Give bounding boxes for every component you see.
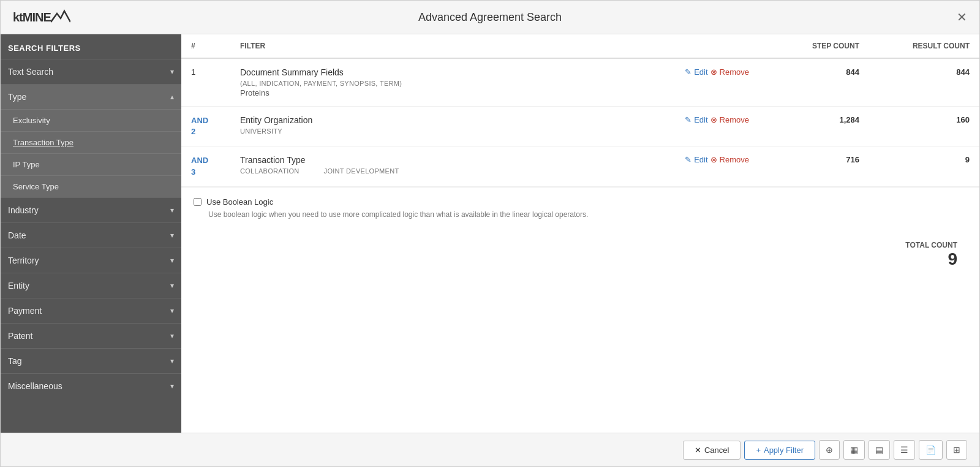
row2-result-count: 160: [869, 107, 979, 146]
icon-button-grid[interactable]: ▤: [869, 440, 890, 460]
row2-content: Entity Organization UNIVERSITY ✎ Edit: [240, 115, 749, 136]
close-button[interactable]: ✕: [957, 11, 967, 23]
sidebar-item-territory[interactable]: Territory ▾: [1, 248, 181, 273]
sidebar-item-miscellaneous[interactable]: Miscellaneous ▾: [1, 373, 181, 398]
grid-icon: ▤: [875, 445, 883, 455]
sidebar-item-exclusivity[interactable]: Exclusivity: [1, 109, 181, 131]
row3-remove-button[interactable]: ⊗ Remove: [710, 155, 749, 164]
row2-actions: ✎ Edit ⊗ Remove: [685, 115, 749, 124]
row1-edit-button[interactable]: ✎ Edit: [685, 67, 707, 77]
sidebar-item-label: Entity: [8, 281, 29, 290]
cancel-label: Cancel: [704, 446, 729, 455]
col-result-count: RESULT COUNT: [869, 34, 979, 58]
row1-content: Document Summary Fields (ALL, INDICATION…: [240, 67, 749, 97]
row2-edit-button[interactable]: ✎ Edit: [685, 115, 707, 124]
boolean-checkbox-label: Use Boolean Logic: [206, 197, 273, 207]
globe-icon: ⊕: [826, 445, 833, 455]
table-row: AND2 Entity Organization UNIVERSITY: [181, 107, 979, 146]
chevron-down-icon: ▾: [170, 206, 174, 215]
row2-name: Entity Organization: [240, 115, 312, 125]
sidebar-item-label: Tag: [8, 356, 22, 366]
edit-icon: ✎: [685, 155, 692, 164]
logo: ktMINE: [13, 9, 70, 26]
row2-connector-num: AND2: [191, 115, 221, 137]
modal-body: SEARCH FILTERS Text Search ▾ Type ▴ Excl…: [1, 34, 979, 433]
row3-content: Transaction Type COLLABORATION JOINT DEV…: [240, 155, 749, 176]
sidebar-item-label: Date: [8, 230, 26, 240]
sidebar-item-text-search[interactable]: Text Search ▾: [1, 59, 181, 84]
sidebar-item-patent[interactable]: Patent ▾: [1, 323, 181, 348]
modal-footer: ✕ Cancel + Apply Filter ⊕ ▦ ▤ ☰ 📄 ⊞: [1, 433, 979, 466]
chevron-down-icon: ▾: [170, 357, 174, 365]
row3-sub2: JOINT DEVELOPMENT: [324, 167, 399, 175]
row1-sub: (ALL, INDICATION, PAYMENT, SYNOPSIS, TER…: [240, 80, 402, 87]
row1-details: Document Summary Fields (ALL, INDICATION…: [240, 67, 402, 97]
plus-icon: +: [756, 446, 761, 455]
cancel-icon: ✕: [695, 446, 701, 455]
icon-button-globe[interactable]: ⊕: [819, 440, 840, 460]
sidebar-item-transaction-type[interactable]: Transaction Type: [1, 131, 181, 153]
row2-remove-button[interactable]: ⊗ Remove: [710, 115, 749, 124]
boolean-description: Use boolean logic when you need to use m…: [208, 210, 967, 219]
row3-details: Transaction Type COLLABORATION JOINT DEV…: [240, 155, 399, 176]
chevron-down-icon: ▾: [170, 67, 174, 76]
list-icon: ☰: [900, 445, 908, 455]
sidebar-item-label: Payment: [8, 306, 42, 316]
table-row: 1 Document Summary Fields (ALL, INDICATI…: [181, 58, 979, 107]
row3-edit-button[interactable]: ✎ Edit: [685, 155, 707, 164]
row2-details: Entity Organization UNIVERSITY: [240, 115, 312, 136]
cancel-button[interactable]: ✕ Cancel: [683, 441, 741, 460]
chevron-down-icon: ▾: [170, 306, 174, 315]
icon-button-chart[interactable]: ▦: [843, 440, 865, 460]
row1-num: 1: [191, 67, 195, 77]
icon-button-document[interactable]: 📄: [919, 440, 943, 460]
sidebar: SEARCH FILTERS Text Search ▾ Type ▴ Excl…: [1, 34, 181, 433]
sidebar-item-date[interactable]: Date ▾: [1, 222, 181, 248]
col-filter: FILTER: [230, 34, 759, 58]
row1-result-count: 844: [869, 58, 979, 107]
row2-sub: UNIVERSITY: [240, 127, 312, 135]
document-icon: 📄: [925, 445, 936, 455]
edit-icon: ✎: [685, 67, 692, 77]
sidebar-item-ip-type[interactable]: IP Type: [1, 153, 181, 175]
filter-table-area: # FILTER STEP COUNT RESULT COUNT 1: [181, 34, 979, 433]
boolean-checkbox[interactable]: [194, 198, 202, 206]
filter-table: # FILTER STEP COUNT RESULT COUNT 1: [181, 34, 979, 187]
sidebar-item-payment[interactable]: Payment ▾: [1, 298, 181, 323]
bar-chart-icon: ▦: [850, 445, 858, 455]
table-icon: ⊞: [953, 445, 960, 455]
boolean-section: Use Boolean Logic Use boolean logic when…: [181, 187, 979, 229]
main-content: # FILTER STEP COUNT RESULT COUNT 1: [181, 34, 979, 433]
modal-title: Advanced Agreement Search: [418, 11, 562, 24]
row1-value: Proteins: [240, 88, 402, 97]
chevron-down-icon: ▾: [170, 332, 174, 340]
row3-actions: ✎ Edit ⊗ Remove: [685, 155, 749, 164]
sidebar-item-type[interactable]: Type ▴: [1, 84, 181, 109]
remove-icon: ⊗: [710, 155, 717, 164]
apply-filter-button[interactable]: + Apply Filter: [744, 441, 815, 460]
chevron-up-icon: ▴: [170, 93, 174, 101]
icon-button-list[interactable]: ☰: [894, 440, 915, 460]
row1-remove-button[interactable]: ⊗ Remove: [710, 67, 749, 77]
apply-label: Apply Filter: [764, 446, 804, 455]
logo-icon: [51, 9, 70, 26]
edit-icon: ✎: [685, 115, 692, 124]
sidebar-item-entity[interactable]: Entity ▾: [1, 273, 181, 298]
chevron-down-icon: ▾: [170, 231, 174, 240]
remove-icon: ⊗: [710, 115, 717, 124]
sidebar-item-industry[interactable]: Industry ▾: [1, 197, 181, 222]
boolean-label[interactable]: Use Boolean Logic: [194, 197, 967, 207]
row3-connector-num: AND3: [191, 155, 221, 177]
sidebar-title: SEARCH FILTERS: [1, 34, 181, 59]
sidebar-item-service-type[interactable]: Service Type: [1, 175, 181, 197]
sidebar-item-label: Patent: [8, 331, 32, 341]
row1-name: Document Summary Fields: [240, 67, 402, 77]
chevron-down-icon: ▾: [170, 281, 174, 290]
row1-actions: ✎ Edit ⊗ Remove: [685, 67, 749, 77]
row3-result-count: 9: [869, 146, 979, 186]
row3-name: Transaction Type: [240, 155, 399, 165]
sidebar-item-tag[interactable]: Tag ▾: [1, 348, 181, 373]
modal-header: ktMINE Advanced Agreement Search ✕: [1, 1, 979, 34]
total-count-value: 9: [181, 249, 967, 269]
icon-button-table[interactable]: ⊞: [946, 440, 967, 460]
